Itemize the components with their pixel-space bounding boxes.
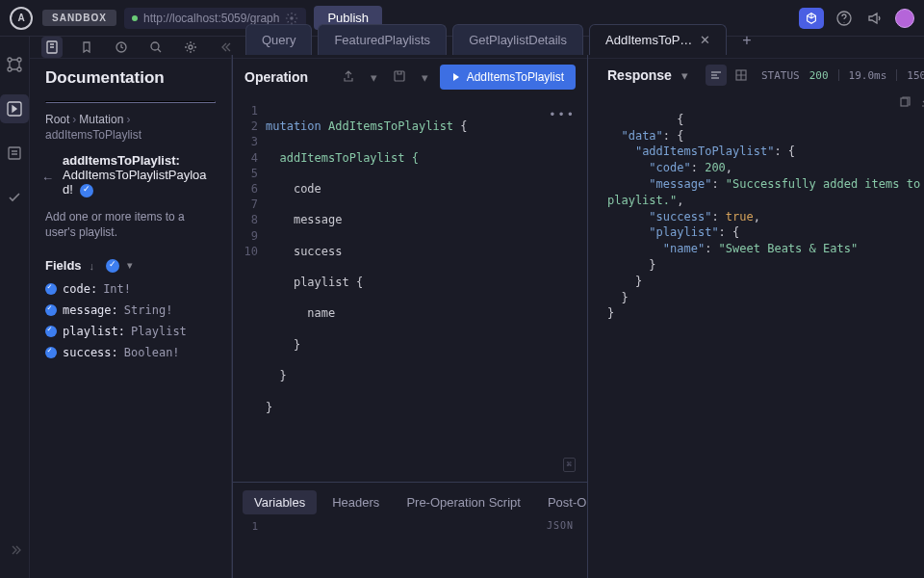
gear-icon[interactable] — [285, 12, 298, 25]
subgraph-icon[interactable] — [0, 139, 29, 168]
response-body[interactable]: { "data": { "addItemsToPlaylist": { "cod… — [602, 95, 924, 578]
svg-point-0 — [291, 16, 295, 20]
tab-featured[interactable]: FeaturedPlaylists — [318, 24, 447, 55]
fields-header: Fields ↓ ▾ — [45, 258, 216, 273]
schema-icon[interactable] — [0, 50, 29, 79]
field-success[interactable]: success: Boolean! — [45, 346, 216, 359]
env-badge: SANDBOX — [42, 10, 116, 26]
field-playlist[interactable]: playlist: Playlist — [45, 325, 216, 338]
check-icon[interactable] — [45, 347, 57, 358]
chevron-down-icon[interactable]: ▾ — [367, 68, 381, 87]
check-icon[interactable] — [45, 283, 57, 295]
share-icon[interactable] — [338, 67, 359, 88]
close-icon[interactable]: ✕ — [700, 33, 710, 47]
field-code[interactable]: code: Int! — [45, 282, 216, 296]
response-panel: Response ▾ STATUS 200 19.0ms 150B — [602, 55, 924, 578]
collapse-icon[interactable] — [215, 37, 236, 58]
check-icon[interactable] — [45, 304, 57, 316]
format-icon[interactable] — [706, 65, 727, 86]
status-bar: STATUS 200 19.0ms 150B — [761, 69, 924, 82]
svg-point-2 — [8, 58, 12, 62]
search-icon[interactable] — [145, 37, 167, 58]
check-icon[interactable] — [45, 326, 57, 337]
tabs-row: Query FeaturedPlaylists GetPlaylistDetai… — [232, 24, 924, 55]
variables-editor[interactable]: 1 JSON — [233, 514, 587, 579]
settings-icon[interactable] — [180, 37, 201, 58]
svg-rect-7 — [9, 147, 20, 159]
tab-variables[interactable]: Variables — [243, 490, 317, 514]
check-badge-icon — [80, 184, 93, 197]
chevron-down-icon[interactable]: ▾ — [681, 68, 688, 83]
doc-heading: Documentation — [45, 68, 216, 88]
code-body[interactable]: mutation AddItemsToPlaylist { addItemsTo… — [266, 103, 587, 478]
more-icon[interactable]: ••• — [549, 107, 576, 122]
response-title: Response — [607, 67, 672, 83]
svg-rect-14 — [901, 98, 908, 106]
documentation-panel: Documentation Root›Mutation› addItemsToP… — [30, 55, 232, 578]
check-all-icon[interactable] — [106, 259, 119, 273]
svg-point-10 — [151, 42, 159, 50]
status-dot-icon — [132, 15, 138, 21]
field-description: Add one or more items to a user's playli… — [45, 209, 216, 242]
bookmark-icon[interactable] — [76, 37, 97, 58]
svg-point-5 — [17, 67, 21, 71]
tab-headers[interactable]: Headers — [321, 490, 391, 514]
breadcrumb[interactable]: Root›Mutation› — [45, 113, 216, 126]
svg-point-3 — [17, 58, 21, 62]
download-icon[interactable] — [919, 95, 924, 114]
chevron-down-icon[interactable]: ▾ — [127, 259, 133, 272]
operation-panel: Operation ▾ ▾ AddItemsToPlaylist 1234567… — [232, 55, 588, 578]
kbd-hint: ⌘ — [563, 458, 576, 471]
operation-title: Operation — [244, 69, 330, 85]
tab-query[interactable]: Query — [245, 24, 312, 55]
help-icon[interactable] — [834, 8, 855, 29]
save-icon[interactable] — [389, 67, 410, 88]
checks-icon[interactable] — [0, 183, 29, 212]
add-tab-button[interactable]: + — [732, 26, 760, 55]
tab-details[interactable]: GetPlaylistDetails — [452, 24, 583, 55]
run-button[interactable]: AddItemsToPlaylist — [440, 65, 576, 90]
table-icon[interactable] — [731, 65, 752, 86]
sort-icon[interactable]: ↓ — [90, 260, 95, 272]
operation-editor[interactable]: 12345678910 mutation AddItemsToPlaylist … — [233, 99, 587, 482]
back-arrow-icon[interactable]: ← — [41, 171, 54, 185]
explorer-icon[interactable] — [0, 94, 29, 123]
field-name: addItemsToPlaylist: — [63, 153, 216, 168]
tab-preop[interactable]: Pre-Operation Script — [395, 490, 532, 514]
expand-rail-icon[interactable] — [0, 536, 29, 565]
field-message[interactable]: message: String! — [45, 303, 216, 317]
announce-icon[interactable] — [864, 8, 886, 29]
line-gutter: 12345678910 — [233, 103, 266, 478]
apollo-logo: A — [10, 7, 33, 30]
svg-point-4 — [8, 67, 12, 71]
svg-point-11 — [189, 45, 192, 49]
json-label: JSON — [547, 520, 574, 531]
left-rail — [0, 37, 30, 578]
url-text: http://localhost:5059/graph — [143, 12, 279, 25]
copy-icon[interactable] — [898, 95, 911, 114]
chevron-down-icon[interactable]: ▾ — [418, 68, 432, 87]
tab-postop[interactable]: Post-Operation Script — [536, 490, 587, 514]
breadcrumb-current: addItemsToPlaylist — [45, 128, 216, 142]
tab-additems[interactable]: AddItemsToP…✕ — [589, 24, 727, 55]
history-icon[interactable] — [111, 37, 132, 58]
variables-panel: Variables Headers Pre-Operation Script P… — [233, 482, 587, 579]
svg-rect-12 — [395, 71, 404, 81]
